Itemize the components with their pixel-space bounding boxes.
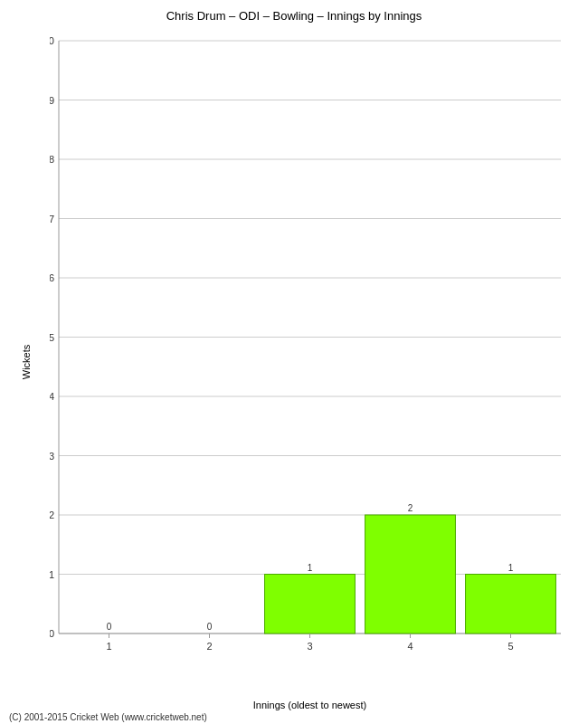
x-axis-label: Innings (oldest to newest) [50,700,570,710]
svg-text:1: 1 [308,563,313,573]
svg-rect-30 [265,575,356,634]
svg-text:0: 0 [107,622,112,632]
svg-text:0: 0 [207,622,213,632]
svg-text:0: 0 [50,628,54,639]
svg-text:2: 2 [50,510,54,520]
svg-text:7: 7 [50,214,54,224]
svg-text:3: 3 [307,641,312,652]
y-axis-label: Wickets [21,345,32,380]
svg-text:1: 1 [106,641,111,652]
svg-text:2: 2 [206,641,212,652]
svg-rect-34 [365,515,456,634]
svg-text:8: 8 [50,154,54,165]
svg-text:1: 1 [508,563,514,573]
chart-container: Chris Drum – ODI – Bowling – Innings by … [0,0,588,724]
svg-text:3: 3 [50,451,54,462]
svg-text:1: 1 [50,569,54,580]
svg-text:10: 10 [50,35,54,46]
svg-text:4: 4 [50,391,54,402]
svg-text:5: 5 [507,641,513,652]
chart-title: Chris Drum – ODI – Bowling – Innings by … [0,0,588,27]
svg-text:2: 2 [408,503,413,513]
svg-text:6: 6 [50,272,54,283]
copyright-text: (C) 2001-2015 Cricket Web (www.cricketwe… [9,712,207,722]
svg-text:5: 5 [50,332,54,343]
svg-text:4: 4 [407,641,413,652]
chart-svg: 0123456789100102132415 [50,32,570,661]
svg-text:9: 9 [50,95,54,106]
svg-rect-38 [466,575,556,634]
chart-area: 0123456789100102132415 [50,32,570,661]
